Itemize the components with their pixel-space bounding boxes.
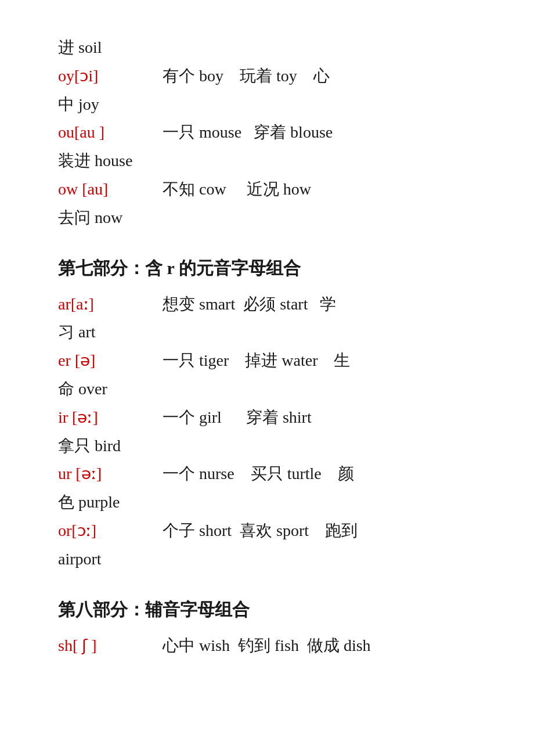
oy-examples: 有个 boy 玩着 toy 心 [163,63,330,89]
oy-phonetic: oy[ɔi] [58,63,163,89]
section8-header: 第八部分：辅音字母组合 [58,596,476,624]
ar-entry: ar[aː] 想变 smart 必须 start 学 习 art [58,291,476,346]
ar-examples: 想变 smart 必须 start 学 [163,291,336,318]
ir-phonetic: ir [əː] [58,405,163,431]
soil-line: 进 soil [58,35,476,61]
ow-continuation: 去问 now [58,205,122,231]
ur-entry: ur [əː] 一个 nurse 买只 turtle 颜 色 purple [58,461,476,516]
sh-examples: 心中 wish 钓到 fish 做成 dish [163,633,371,659]
oy-entry: oy[ɔi] 有个 boy 玩着 toy 心 中 joy [58,63,476,118]
section8: 第八部分：辅音字母组合 sh[ ʃ ] 心中 wish 钓到 fish 做成 d… [58,596,476,659]
ir-examples: 一个 girl 穿着 shirt [163,405,312,431]
er-entry: er [ə] 一只 tiger 掉进 water 生 命 over [58,348,476,402]
section7: 第七部分：含 r 的元音字母组合 ar[aː] 想变 smart 必须 star… [58,254,476,573]
or-continuation: airport [58,546,102,573]
page-content: 进 soil oy[ɔi] 有个 boy 玩着 toy 心 中 joy ou[a… [58,35,476,658]
ow-entry: ow [au] 不知 cow 近况 how 去问 now [58,177,476,231]
er-phonetic: er [ə] [58,348,163,374]
ar-phonetic: ar[aː] [58,291,163,318]
sh-entry: sh[ ʃ ] 心中 wish 钓到 fish 做成 dish [58,633,476,659]
or-examples: 个子 short 喜欢 sport 跑到 [163,518,358,544]
ou-entry: ou[au ] 一只 mouse 穿着 blouse 装进 house [58,120,476,174]
soil-text: 进 soil [58,35,102,61]
intro-section: 进 soil oy[ɔi] 有个 boy 玩着 toy 心 中 joy ou[a… [58,35,476,231]
ur-phonetic: ur [əː] [58,461,163,487]
ur-continuation: 色 purple [58,489,120,516]
er-continuation: 命 over [58,376,107,402]
ar-continuation: 习 art [58,319,96,345]
or-entry: or[ɔː] 个子 short 喜欢 sport 跑到 airport [58,518,476,573]
ow-phonetic: ow [au] [58,177,163,203]
ou-continuation: 装进 house [58,148,132,174]
section7-header: 第七部分：含 r 的元音字母组合 [58,254,476,282]
oy-continuation: 中 joy [58,92,99,118]
er-examples: 一只 tiger 掉进 water 生 [163,348,351,374]
or-phonetic: or[ɔː] [58,518,163,544]
ir-continuation: 拿只 bird [58,433,121,459]
sh-phonetic: sh[ ʃ ] [58,633,163,659]
ur-examples: 一个 nurse 买只 turtle 颜 [163,461,354,487]
ou-examples: 一只 mouse 穿着 blouse [163,120,333,146]
ir-entry: ir [əː] 一个 girl 穿着 shirt 拿只 bird [58,405,476,459]
ow-examples: 不知 cow 近况 how [163,177,311,203]
ou-phonetic: ou[au ] [58,120,163,146]
